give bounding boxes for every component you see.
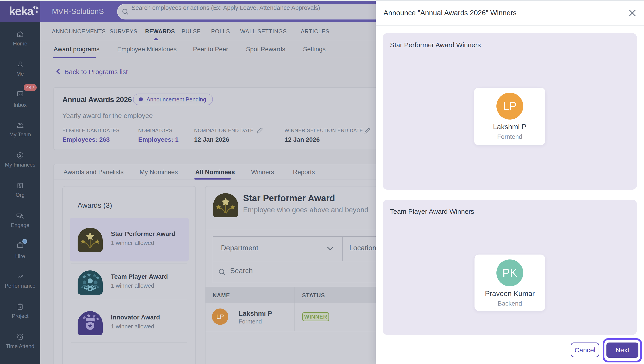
svg-text:keka: keka (9, 4, 34, 18)
